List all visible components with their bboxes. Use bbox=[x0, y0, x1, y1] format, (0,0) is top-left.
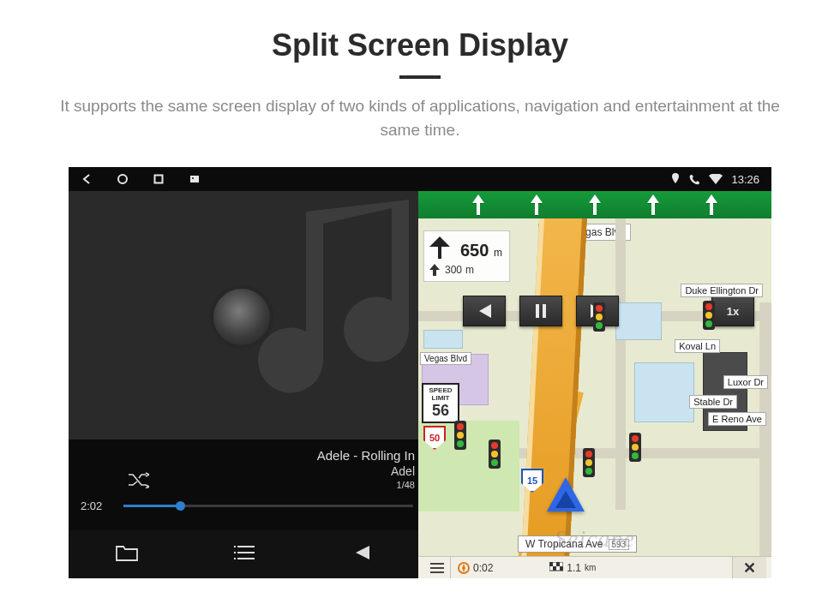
street-label: Koval Ln bbox=[675, 339, 720, 353]
trip-remaining: 1.1 km bbox=[549, 562, 596, 574]
vehicle-position-icon bbox=[547, 477, 585, 511]
track-title: Adele - Rolling In bbox=[81, 448, 415, 463]
lane-arrow-icon bbox=[704, 194, 719, 215]
svg-rect-8 bbox=[549, 562, 553, 566]
trip-elapsed: 0:02 bbox=[458, 562, 493, 574]
lane-arrow-icon bbox=[587, 194, 603, 215]
phone-icon bbox=[689, 174, 700, 185]
lane-arrow-icon bbox=[529, 194, 544, 215]
street-label: E Reno Ave bbox=[708, 412, 766, 426]
svg-rect-2 bbox=[190, 176, 199, 182]
speed-limit-sign: SPEED LIMIT 56 bbox=[422, 383, 459, 423]
music-note-icon bbox=[250, 200, 430, 422]
svg-rect-9 bbox=[556, 562, 560, 566]
progress-bar[interactable]: 2:02 bbox=[81, 499, 413, 512]
gallery-icon[interactable] bbox=[189, 173, 201, 185]
turn-left-icon bbox=[429, 235, 455, 260]
title-underline bbox=[399, 75, 441, 79]
svg-rect-1 bbox=[155, 176, 163, 183]
wifi-icon bbox=[709, 174, 723, 184]
svg-rect-11 bbox=[560, 566, 563, 571]
street-label: Luxor Dr bbox=[723, 375, 768, 389]
lane-guidance-strip bbox=[418, 191, 771, 218]
interstate-shield: 15 bbox=[521, 469, 543, 493]
nav-bottom-bar: 0:02 1.1 km ✕ bbox=[418, 556, 771, 578]
clock: 13:26 bbox=[731, 173, 759, 186]
shuffle-icon[interactable] bbox=[127, 471, 149, 492]
sim-speed-button[interactable]: 1x bbox=[711, 296, 754, 326]
svg-point-0 bbox=[118, 175, 127, 183]
music-panel: Adele - Rolling In Adel 1/48 2:02 bbox=[69, 167, 418, 578]
album-art bbox=[69, 191, 418, 440]
folder-icon[interactable] bbox=[116, 543, 138, 565]
play-overlay-button[interactable] bbox=[210, 285, 273, 349]
svg-point-3 bbox=[192, 177, 194, 179]
svg-rect-4 bbox=[536, 304, 539, 318]
traffic-light-icon bbox=[583, 448, 595, 477]
elapsed-time: 2:02 bbox=[81, 499, 115, 512]
traffic-light-icon bbox=[703, 301, 715, 330]
location-icon bbox=[670, 173, 681, 185]
sim-prev-button[interactable] bbox=[463, 296, 506, 326]
nav-close-button[interactable]: ✕ bbox=[732, 557, 766, 578]
next-turn: 300 m bbox=[429, 264, 502, 276]
home-icon[interactable] bbox=[117, 173, 129, 185]
turn-right-icon bbox=[429, 264, 441, 276]
route-shield: 50 bbox=[423, 426, 446, 450]
street-label: Duke Ellington Dr bbox=[681, 284, 763, 297]
traffic-light-icon bbox=[454, 421, 466, 450]
nav-menu-button[interactable] bbox=[423, 557, 451, 578]
status-bar: 13:26 bbox=[69, 167, 771, 191]
map-canvas[interactable]: S Las Vegas Blvd 650 m 300 m bbox=[418, 191, 771, 578]
sim-pause-button[interactable] bbox=[519, 296, 562, 326]
device-frame: 13:26 Adele - Rolling In Adel 1/48 2:02 bbox=[69, 167, 771, 578]
current-street-label: W Tropicana Ave593 bbox=[518, 535, 637, 553]
back-icon[interactable] bbox=[81, 173, 93, 185]
playlist-icon[interactable] bbox=[233, 544, 255, 565]
street-label: Stable Dr bbox=[689, 395, 737, 409]
compass-icon bbox=[458, 562, 470, 574]
traffic-light-icon bbox=[489, 440, 501, 469]
track-meta: Adele - Rolling In Adel 1/48 bbox=[69, 440, 418, 490]
recents-icon[interactable] bbox=[153, 173, 165, 185]
previous-track-icon[interactable] bbox=[351, 544, 371, 565]
page-title: Split Screen Display bbox=[0, 27, 840, 63]
street-label: Vegas Blvd bbox=[420, 352, 471, 365]
navigation-panel: S Las Vegas Blvd 650 m 300 m bbox=[418, 167, 771, 578]
lane-arrow-icon bbox=[471, 194, 486, 215]
checkered-flag-icon bbox=[549, 562, 563, 574]
turn-instruction: 650 m 300 m bbox=[423, 230, 510, 282]
page-subtitle: It supports the same screen display of t… bbox=[43, 94, 797, 141]
music-bottom-bar bbox=[69, 530, 418, 578]
traffic-light-icon bbox=[629, 433, 641, 462]
traffic-light-icon bbox=[593, 302, 605, 332]
svg-rect-10 bbox=[553, 566, 556, 571]
svg-rect-5 bbox=[543, 304, 546, 318]
lane-arrow-icon bbox=[645, 194, 661, 215]
